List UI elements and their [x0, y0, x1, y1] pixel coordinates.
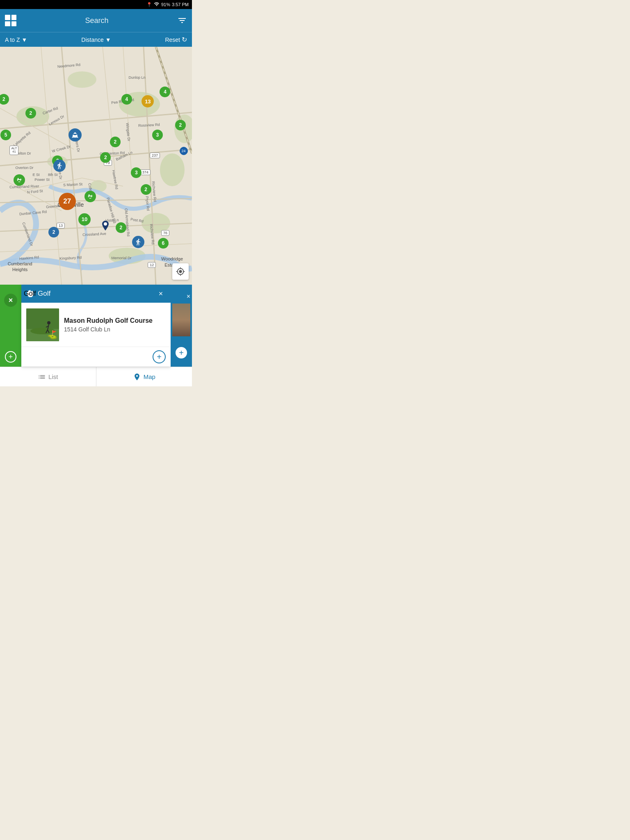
cluster-green-4-2[interactable]: 4	[160, 87, 170, 97]
marker-walker-1[interactable]	[53, 160, 66, 172]
right-panel-image	[172, 304, 190, 336]
map-container[interactable]: Needmore Rd Pea Ridge Rd Rossview Rd Cum…	[0, 47, 192, 285]
reset-label: Reset	[165, 37, 180, 43]
golf-venue-name: Mason Rudolph Golf Course	[64, 317, 166, 324]
svg-point-4	[142, 213, 170, 233]
golf-info: Mason Rudolph Golf Course 1514 Golf Club…	[64, 317, 166, 333]
svg-point-26	[104, 222, 107, 226]
cluster-green-2-6[interactable]: 2	[110, 137, 121, 147]
sort-az-icon: ▼	[22, 37, 27, 43]
cluster-green-6[interactable]: 6	[158, 238, 169, 249]
golf-card: Golf Golf ×	[21, 285, 171, 367]
cluster-green-2-9[interactable]: 2	[116, 222, 126, 233]
list-icon	[38, 373, 46, 381]
golf-card-header: Golf Golf ×	[21, 285, 171, 303]
sort-distance-icon: ▼	[105, 37, 111, 43]
cluster-green-2-8[interactable]: 2	[141, 184, 151, 195]
golf-card-title: Golf	[24, 290, 36, 297]
bottom-nav: List Map	[0, 367, 192, 386]
cluster-blue-2-1[interactable]: 2	[48, 227, 59, 237]
marker-pin[interactable]	[100, 221, 111, 237]
golf-thumbnail	[26, 308, 59, 341]
map-tab-label: Map	[144, 373, 155, 380]
map-icon	[133, 373, 141, 381]
cluster-green-3-2[interactable]: 3	[131, 167, 142, 178]
cluster-green-10[interactable]: 10	[78, 213, 91, 226]
golf-card-footer: +	[21, 347, 171, 367]
list-tab-label: List	[48, 373, 58, 380]
reset-icon: ↻	[182, 36, 187, 43]
close-right-panel[interactable]: ×	[187, 293, 190, 300]
search-input[interactable]	[21, 13, 172, 28]
cluster-green-2-2[interactable]: 2	[25, 108, 36, 119]
svg-point-30	[47, 321, 50, 324]
cluster-green-4-1[interactable]: 4	[121, 94, 132, 105]
battery-text: 91%	[161, 2, 170, 7]
left-panel: × +	[0, 285, 21, 367]
sort-distance-label: Distance	[81, 37, 103, 43]
right-panel: × Sh... +	[171, 285, 192, 367]
sort-az-label: A to Z	[5, 37, 20, 43]
sort-bar: A to Z ▼ Distance ▼ Reset ↻	[0, 32, 192, 47]
cluster-green-2-5[interactable]: 2	[175, 120, 186, 130]
add-left-button[interactable]: +	[5, 351, 16, 363]
status-wifi	[154, 1, 160, 8]
cluster-orange-27[interactable]: 27	[59, 193, 76, 210]
marker-boat[interactable]	[68, 128, 82, 142]
status-bar: 📍 91% 3:57 PM	[0, 0, 192, 9]
add-golf-button[interactable]: +	[153, 350, 166, 363]
right-panel-label: Sh...	[177, 338, 186, 343]
marker-walker-2[interactable]	[132, 236, 144, 248]
grid-menu-button[interactable]	[3, 13, 18, 28]
add-right-panel-button[interactable]: +	[175, 346, 188, 359]
sort-az-button[interactable]: A to Z ▼	[5, 37, 27, 43]
marker-cup-1[interactable]	[14, 174, 25, 186]
filter-button[interactable]	[176, 14, 189, 27]
svg-point-3	[160, 153, 185, 186]
close-golf-card-button[interactable]: ×	[156, 289, 166, 299]
cluster-green-3[interactable]: 3	[152, 130, 163, 140]
bottom-panels: × + Golf Golf ×	[0, 285, 192, 367]
marker-cup-2[interactable]	[84, 191, 96, 202]
cluster-green-2-7[interactable]: 2	[100, 152, 111, 163]
list-tab[interactable]: List	[0, 367, 96, 386]
status-location: 📍	[146, 2, 152, 7]
golf-venue-address: 1514 Golf Club Ln	[64, 326, 166, 333]
svg-point-8	[68, 71, 96, 88]
golf-card-body: Mason Rudolph Golf Course 1514 Golf Club…	[21, 303, 171, 347]
map-tab[interactable]: Map	[96, 367, 192, 386]
status-time: 3:57 PM	[172, 2, 189, 7]
svg-point-29	[30, 328, 55, 334]
cluster-green-5[interactable]: 5	[0, 130, 11, 140]
my-location-button[interactable]	[172, 263, 189, 280]
svg-line-33	[48, 330, 49, 333]
close-left-button[interactable]: ×	[4, 294, 17, 307]
header	[0, 9, 192, 32]
sort-distance-button[interactable]: Distance ▼	[81, 37, 111, 43]
cluster-gold-13[interactable]: 13	[142, 95, 154, 107]
reset-button[interactable]: Reset ↻	[165, 36, 187, 43]
